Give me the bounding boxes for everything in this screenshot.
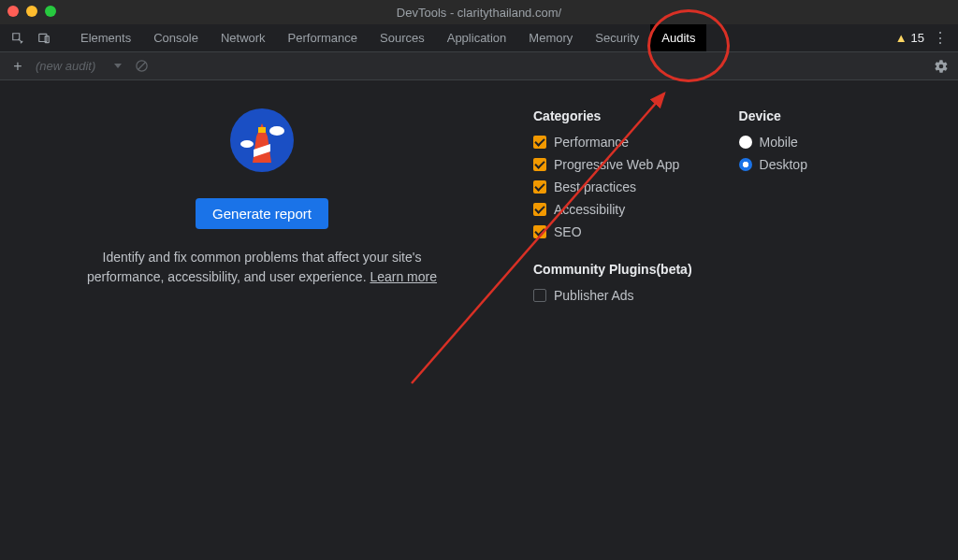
plugins-heading: Community Plugins(beta) <box>533 262 692 277</box>
option-label: Progressive Web App <box>554 157 679 172</box>
option-label: Performance <box>554 135 629 150</box>
window-controls <box>7 6 56 17</box>
desc-line-2: performance, accessibility, and user exp… <box>87 269 370 284</box>
plugin-option-publisher-ads[interactable]: Publisher Ads <box>533 288 692 303</box>
device-column: Device Mobile Desktop <box>739 108 807 541</box>
device-heading: Device <box>739 108 807 123</box>
generate-panel: Generate report Identify and fix common … <box>28 99 496 541</box>
audits-panel: Generate report Identify and fix common … <box>0 80 958 560</box>
devtools-tabs: Elements Console Network Performance Sou… <box>69 24 706 51</box>
option-label: Publisher Ads <box>554 288 634 303</box>
tabs-bar: Elements Console Network Performance Sou… <box>0 24 958 52</box>
option-label: SEO <box>554 224 582 239</box>
warnings-count: 15 <box>911 31 924 45</box>
checkbox-icon <box>533 289 546 302</box>
tab-application[interactable]: Application <box>436 24 518 51</box>
maximize-window-button[interactable] <box>45 6 56 17</box>
learn-more-link[interactable]: Learn more <box>370 269 437 284</box>
radio-icon <box>739 158 752 171</box>
options-panel: Categories Performance Progressive Web A… <box>515 99 807 541</box>
tab-elements[interactable]: Elements <box>69 24 142 51</box>
option-label: Best practices <box>554 179 636 194</box>
category-option-pwa[interactable]: Progressive Web App <box>533 157 692 172</box>
device-option-mobile[interactable]: Mobile <box>739 135 807 150</box>
device-toggle-icon[interactable] <box>34 28 54 49</box>
tab-network[interactable]: Network <box>210 24 277 51</box>
svg-rect-5 <box>258 127 266 133</box>
generate-report-button[interactable]: Generate report <box>196 198 328 229</box>
inspect-element-icon[interactable] <box>7 28 28 49</box>
more-menu-icon[interactable]: ⋮ <box>930 28 951 49</box>
generate-description: Identify and fix common problems that af… <box>87 248 437 287</box>
tab-console[interactable]: Console <box>142 24 210 51</box>
chevron-down-icon <box>114 64 122 68</box>
checkbox-icon <box>533 203 546 216</box>
category-option-best-practices[interactable]: Best practices <box>533 179 692 194</box>
close-window-button[interactable] <box>7 6 19 17</box>
categories-column: Categories Performance Progressive Web A… <box>533 108 692 541</box>
lighthouse-logo-icon <box>228 107 296 174</box>
checkbox-icon <box>533 158 546 171</box>
tab-audits[interactable]: Audits <box>650 24 706 51</box>
device-option-desktop[interactable]: Desktop <box>739 157 807 172</box>
tab-security[interactable]: Security <box>584 24 650 51</box>
option-label: Mobile <box>760 135 798 150</box>
checkbox-icon <box>533 136 546 149</box>
warning-icon: ▲ <box>895 31 907 45</box>
svg-point-7 <box>240 140 254 148</box>
checkbox-icon <box>533 180 546 194</box>
option-label: Desktop <box>760 157 807 172</box>
warnings-badge[interactable]: ▲ 15 <box>895 31 924 45</box>
option-label: Accessibility <box>554 202 625 217</box>
window-title: DevTools - claritythailand.com/ <box>397 6 561 20</box>
checkbox-icon <box>533 225 546 238</box>
clear-icon[interactable] <box>131 56 152 77</box>
category-option-accessibility[interactable]: Accessibility <box>533 202 692 217</box>
titlebar: DevTools - claritythailand.com/ <box>0 0 958 24</box>
categories-heading: Categories <box>533 108 692 123</box>
tab-memory[interactable]: Memory <box>517 24 584 51</box>
category-option-seo[interactable]: SEO <box>533 224 692 239</box>
audits-toolbar: + (new audit) <box>0 52 958 80</box>
tab-sources[interactable]: Sources <box>369 24 436 51</box>
new-audit-button[interactable]: + <box>9 58 26 75</box>
minimize-window-button[interactable] <box>26 6 37 17</box>
tab-performance[interactable]: Performance <box>277 24 369 51</box>
category-option-performance[interactable]: Performance <box>533 135 692 150</box>
svg-point-6 <box>269 126 284 136</box>
radio-icon <box>739 136 752 149</box>
desc-line-1: Identify and fix common problems that af… <box>103 250 422 265</box>
settings-gear-icon[interactable] <box>934 59 949 77</box>
svg-line-3 <box>138 63 146 70</box>
